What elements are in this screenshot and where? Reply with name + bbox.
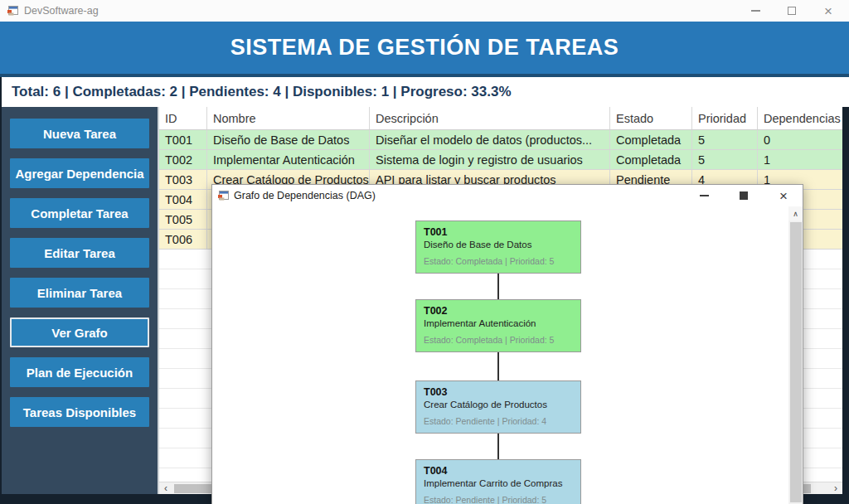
node-id: T004 <box>424 465 573 477</box>
node-meta: Estado: Pendiente | Prioridad: 4 <box>424 416 573 426</box>
column-header-descripcion[interactable]: Descripción <box>370 107 610 129</box>
modal-window-controls: × <box>696 188 798 203</box>
add-dependency-button[interactable]: Agregar Dependencia <box>10 158 149 188</box>
cell-id: T005 <box>159 210 207 229</box>
available-tasks-button[interactable]: Tareas Disponibles <box>10 397 149 427</box>
cell-prioridad: 5 <box>692 150 758 169</box>
new-task-button[interactable]: Nueva Tarea <box>10 119 149 148</box>
cell-estado: Completada <box>610 150 692 169</box>
node-id: T001 <box>424 226 573 238</box>
modal-title: Grafo de Dependencias (DAG) <box>234 190 696 201</box>
complete-task-button[interactable]: Completar Tarea <box>10 198 149 228</box>
cell-dependencias: 1 <box>758 150 842 169</box>
dag-node-t002: T002 Implementar Autenticación Estado: C… <box>415 299 581 352</box>
table-header: ID Nombre Descripción Estado Prioridad D… <box>159 107 842 130</box>
window-controls: × <box>748 3 842 18</box>
dag-edge <box>497 352 499 380</box>
form-icon <box>217 190 229 201</box>
column-header-prioridad[interactable]: Prioridad <box>692 107 758 129</box>
node-meta: Estado: Pendiente | Prioridad: 5 <box>424 495 573 504</box>
dag-edge <box>497 274 499 299</box>
modal-minimize-icon[interactable] <box>696 188 711 203</box>
node-meta: Estado: Completada | Prioridad: 5 <box>424 256 573 266</box>
scroll-left-icon[interactable]: ‹ <box>159 482 172 494</box>
dag-node-t004: T004 Implementar Carrito de Compras Esta… <box>415 459 581 504</box>
node-name: Diseño de Base de Datos <box>424 240 573 250</box>
minimize-icon[interactable] <box>748 3 763 18</box>
node-name: Implementar Autenticación <box>424 318 573 328</box>
view-graph-button[interactable]: Ver Grafo <box>10 317 149 347</box>
dag-edge <box>497 434 499 459</box>
app-header: SISTEMA DE GESTIÓN DE TAREAS <box>0 22 849 77</box>
cell-id: T006 <box>159 230 207 249</box>
cell-nombre: Implementar Autenticación <box>207 150 370 169</box>
dag-node-t003: T003 Crear Catálogo de Productos Estado:… <box>415 380 581 434</box>
delete-task-button[interactable]: Eliminar Tarea <box>10 278 149 308</box>
app-icon <box>7 5 18 17</box>
dag-modal: Grafo de Dependencias (DAG) × T001 Diseñ… <box>211 184 803 504</box>
node-id: T002 <box>424 305 573 317</box>
cell-id: T001 <box>159 130 207 149</box>
modal-titlebar[interactable]: Grafo de Dependencias (DAG) × <box>212 185 803 206</box>
window-title: DevSoftware-ag <box>24 5 748 17</box>
table-row[interactable]: T002 Implementar Autenticación Sistema d… <box>159 150 842 170</box>
column-header-id[interactable]: ID <box>159 107 207 129</box>
scroll-right-icon[interactable]: › <box>829 482 842 494</box>
node-id: T003 <box>424 386 573 398</box>
dag-node-t001: T001 Diseño de Base de Datos Estado: Com… <box>415 220 581 274</box>
cell-descripcion: Diseñar el modelo de datos (productos... <box>370 130 610 149</box>
cell-descripcion: Sistema de login y registro de usuarios <box>370 150 610 169</box>
close-icon[interactable]: × <box>821 3 836 18</box>
column-header-nombre[interactable]: Nombre <box>207 107 370 129</box>
cell-id: T003 <box>159 170 207 189</box>
column-header-dependencias[interactable]: Dependencias <box>758 107 842 129</box>
modal-vertical-scrollbar[interactable]: ∧ <box>788 206 803 504</box>
table-row[interactable]: T001 Diseño de Base de Datos Diseñar el … <box>159 130 842 150</box>
modal-close-icon[interactable]: × <box>776 188 791 203</box>
column-header-estado[interactable]: Estado <box>610 107 692 129</box>
cell-nombre: Diseño de Base de Datos <box>207 130 370 149</box>
stats-text: Total: 6 | Completadas: 2 | Pendientes: … <box>12 84 512 100</box>
window-titlebar: DevSoftware-ag × <box>0 0 849 22</box>
edit-task-button[interactable]: Editar Tarea <box>10 238 149 268</box>
modal-maximize-icon[interactable] <box>736 188 751 203</box>
app-window: DevSoftware-ag × SISTEMA DE GESTIÓN DE T… <box>0 0 849 504</box>
node-name: Crear Catálogo de Productos <box>424 400 573 410</box>
cell-dependencias: 0 <box>758 130 842 149</box>
page-title: SISTEMA DE GESTIÓN DE TAREAS <box>230 35 619 61</box>
cell-estado: Completada <box>610 130 692 149</box>
cell-id: T004 <box>159 190 207 209</box>
dag-canvas: T001 Diseño de Base de Datos Estado: Com… <box>212 206 803 504</box>
cell-id: T002 <box>159 150 207 169</box>
execution-plan-button[interactable]: Plan de Ejecución <box>10 357 149 387</box>
maximize-icon[interactable] <box>784 3 799 18</box>
node-meta: Estado: Completada | Prioridad: 5 <box>424 335 573 345</box>
modal-scrollbar-thumb[interactable] <box>790 222 802 502</box>
scroll-up-icon[interactable]: ∧ <box>788 206 803 220</box>
sidebar: Nueva Tarea Agregar Dependencia Completa… <box>2 107 158 494</box>
cell-prioridad: 5 <box>692 130 758 149</box>
stats-bar: Total: 6 | Completadas: 2 | Pendientes: … <box>0 77 849 107</box>
node-name: Implementar Carrito de Compras <box>424 478 573 488</box>
